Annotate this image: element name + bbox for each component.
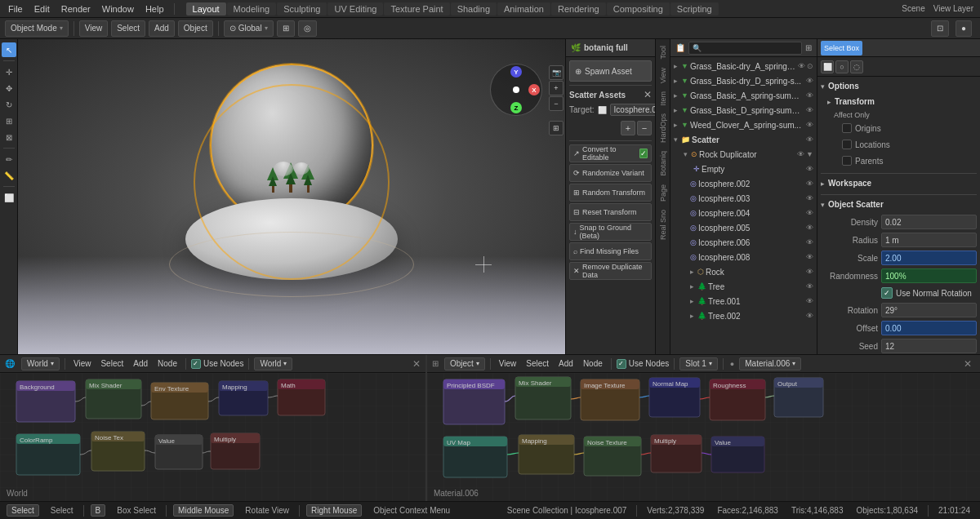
list-item[interactable]: ◎ Icosphere.006 👁 [670, 235, 817, 250]
viewport-3d[interactable]: Camera Perspective (1) Scene Collection … [18, 39, 565, 354]
material-use-nodes-checkbox[interactable]: ✓ [617, 359, 626, 369]
world-use-nodes-checkbox[interactable]: ✓ [191, 359, 201, 369]
remove-duplicate-btn[interactable]: ✕ Remove Duplicate Data [569, 262, 652, 280]
menu-help[interactable]: Help [140, 2, 169, 16]
scale-tool[interactable]: ⊞ [2, 113, 16, 128]
eye-icon[interactable]: 👁 [806, 312, 813, 320]
camera-view-btn[interactable]: 📷 [549, 65, 564, 80]
random-transform-btn[interactable]: ⊞ Random Transform [569, 184, 652, 202]
list-item[interactable]: ▾ ⊙ Rock Duplicator 👁 ▼ [670, 147, 817, 162]
tab-uv-editing[interactable]: UV Editing [327, 2, 383, 16]
tab-scripting[interactable]: Scripting [670, 2, 719, 16]
add-menu[interactable]: Add [149, 20, 175, 37]
side-label-item[interactable]: Item [657, 88, 669, 109]
parents-checkbox[interactable] [842, 156, 852, 166]
side-label-realsnow[interactable]: Real Sno [657, 206, 669, 243]
object-scatter-header[interactable]: ▾ Object Scatter [821, 198, 977, 211]
material-editor-close[interactable]: ✕ [964, 358, 972, 370]
add-cube-tool[interactable]: ⬜ [2, 190, 16, 205]
tab-texture-paint[interactable]: Texture Paint [384, 2, 449, 16]
randomize-variant-btn[interactable]: ⟳ Randomize Variant [569, 164, 652, 182]
options-header[interactable]: ▾ Options [821, 80, 977, 92]
seed-field[interactable]: 12 [881, 339, 977, 353]
modifier-icon[interactable]: ▼ [806, 150, 813, 158]
restrict-icon[interactable]: ⊙ [807, 62, 813, 70]
use-normal-rotation-checkbox[interactable]: ✓ [881, 287, 893, 299]
origins-checkbox[interactable] [842, 123, 852, 133]
transform-header[interactable]: ▸ Transform [827, 95, 977, 108]
eye-icon[interactable]: 👁 [806, 194, 813, 202]
world-add-menu[interactable]: Add [130, 357, 151, 370]
scale-field[interactable]: 2.00 [881, 251, 977, 265]
list-item[interactable]: ▸ ▼ Grass_Basic_D_spring-summ... 👁 [670, 103, 817, 118]
gizmo-z-axis[interactable]: Z [510, 102, 522, 113]
randomness-field[interactable]: 100% [881, 268, 977, 283]
select-tool[interactable]: ↖ [2, 42, 16, 57]
pie-menu-btn[interactable]: ⊞ [549, 121, 564, 135]
spawn-asset-button[interactable]: ⊕ Spawn Asset [569, 60, 652, 82]
rotation-field[interactable]: 29° [881, 303, 977, 317]
eye-icon[interactable]: 👁 [806, 165, 813, 173]
eye-icon[interactable]: 👁 [806, 282, 813, 291]
tab-rendering[interactable]: Rendering [551, 2, 606, 16]
find-missing-btn[interactable]: ⌕ Find Missing Files [569, 242, 652, 260]
eye-icon[interactable]: 👁 [806, 121, 813, 129]
list-item[interactable]: ◎ Icosphere.002 👁 [670, 176, 817, 191]
object-mode-dropdown[interactable]: Object Mode ▾ [5, 20, 69, 37]
world-select-menu[interactable]: Select [97, 357, 127, 370]
eye-icon[interactable]: 👁 [806, 268, 813, 276]
material-select-menu[interactable]: Select [523, 357, 552, 370]
object-menu[interactable]: Object [178, 20, 213, 37]
material-name-dropdown[interactable]: Material.006 ▾ [739, 357, 801, 370]
zoom-in-btn[interactable]: + [549, 81, 564, 95]
list-item[interactable]: ◎ Icosphere.004 👁 [670, 206, 817, 220]
overlay-toggle[interactable]: ⊡ [931, 20, 949, 37]
icon-lasso-select[interactable]: ◌ [850, 60, 863, 73]
add-scatter-btn[interactable]: + [621, 121, 635, 135]
material-mode-dropdown[interactable]: Object ▾ [444, 357, 485, 370]
workspace-header[interactable]: ▸ Workspace [821, 177, 977, 189]
offset-field[interactable]: 0.00 [881, 321, 977, 335]
annotate-tool[interactable]: ✏ [2, 152, 16, 166]
shading-toggle[interactable]: ● [956, 20, 972, 37]
list-item[interactable]: ◎ Icosphere.008 👁 [670, 250, 817, 264]
list-item[interactable]: ▾ 📁 Scatter 👁 [670, 132, 817, 147]
tab-animation[interactable]: Animation [497, 2, 550, 16]
density-field[interactable]: 0.02 [881, 215, 977, 229]
gizmo-x-axis[interactable]: X [528, 84, 540, 95]
list-item[interactable]: ▸ ⬡ Rock 👁 [670, 264, 817, 279]
list-item[interactable]: ▸ ▼ Weed_Clover_A_spring-sum... 👁 [670, 118, 817, 132]
convert-editable-btn[interactable]: ↗ Convert to Editable ✓ [569, 144, 652, 162]
eye-icon[interactable]: 👁 [798, 62, 805, 70]
material-view-menu[interactable]: View [496, 357, 520, 370]
snap-ground-btn[interactable]: ↓ Snap to Ground (Beta) [569, 223, 652, 241]
menu-edit[interactable]: Edit [29, 2, 55, 16]
icon-circle-select[interactable]: ○ [835, 60, 849, 73]
radius-field[interactable]: 1 m [881, 233, 977, 247]
tab-select-box[interactable]: Select Box [821, 41, 862, 55]
rotate-tool[interactable]: ↻ [2, 97, 16, 112]
outliner-search-input[interactable] [688, 42, 802, 55]
select-menu[interactable]: Select [111, 20, 145, 37]
menu-render[interactable]: Render [56, 2, 96, 16]
tab-compositing[interactable]: Compositing [607, 2, 670, 16]
reset-transform-btn[interactable]: ⊟ Reset Transform [569, 203, 652, 221]
list-item[interactable]: ▸ ▼ Grass_Basic_A_spring-summ... 👁 [670, 88, 817, 103]
transform-tool[interactable]: ⊠ [2, 130, 16, 144]
gizmo-y-axis[interactable]: Y [510, 66, 522, 78]
world-node-menu[interactable]: Node [154, 357, 180, 370]
material-node-editor[interactable]: ⊞ Object ▾ View Select Add Node ✓ Use No… [427, 355, 980, 501]
eye-icon[interactable]: 👁 [806, 106, 813, 114]
eye-icon[interactable]: 👁 [806, 209, 813, 217]
side-label-view[interactable]: View [657, 64, 669, 86]
list-item[interactable]: ▸ ▼ Grass_Basic-dry_D_spring-s... 👁 [670, 73, 817, 88]
eye-icon[interactable]: 👁 [797, 150, 804, 158]
view-menu[interactable]: View [79, 20, 109, 37]
expand-icon[interactable]: ⊞ [432, 359, 439, 368]
remove-scatter-btn[interactable]: − [637, 121, 652, 135]
material-node-menu[interactable]: Node [580, 357, 606, 370]
eye-icon[interactable]: 👁 [806, 253, 813, 261]
world-node-editor[interactable]: 🌐 World ▾ View Select Add Node ✓ Use Nod… [0, 355, 426, 501]
tab-sculpting[interactable]: Sculpting [277, 2, 327, 16]
world-node-canvas[interactable]: Background Mix Shader Env Texture Mappin… [0, 373, 425, 501]
